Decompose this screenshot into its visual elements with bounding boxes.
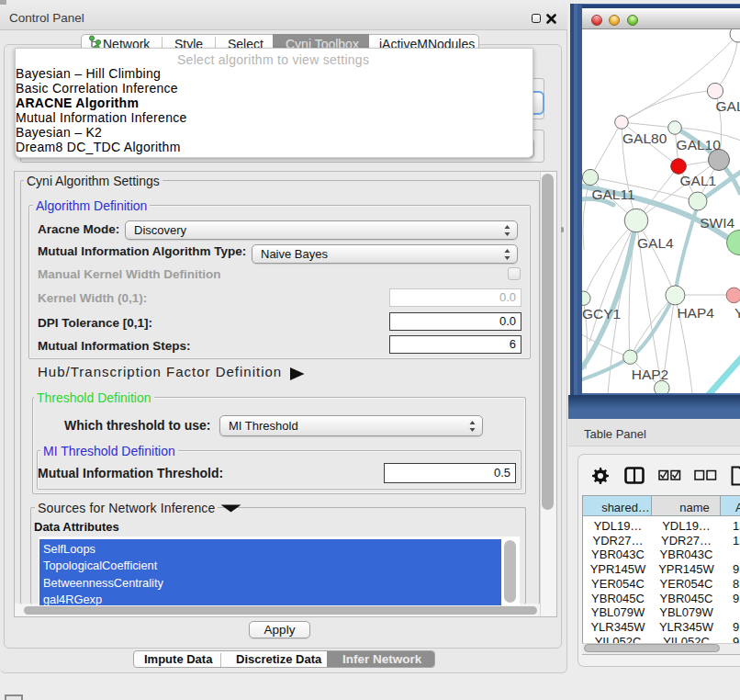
svg-text:HAP2: HAP2 — [632, 367, 669, 382]
svg-text:GAL7: GAL7 — [716, 98, 740, 114]
svg-text:GAL10: GAL10 — [677, 137, 722, 152]
svg-text:GAL1: GAL1 — [680, 173, 717, 188]
svg-text:SWI4: SWI4 — [700, 215, 734, 231]
svg-text:YJ: YJ — [734, 305, 740, 321]
svg-text:GAL11: GAL11 — [591, 186, 634, 202]
svg-text:GCY1: GCY1 — [582, 306, 621, 322]
svg-text:HAP4: HAP4 — [677, 305, 714, 321]
svg-text:GAL80: GAL80 — [622, 130, 667, 146]
svg-text:GAL4: GAL4 — [637, 235, 674, 251]
